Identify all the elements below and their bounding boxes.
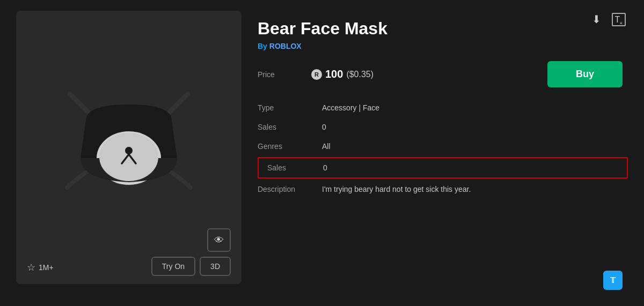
sales-highlighted-container: Sales 0 bbox=[258, 157, 628, 178]
genres-label: Genres bbox=[258, 137, 322, 156]
item-details: ⬇ T≡ Bear Face Mask By ROBLOX Price R 10… bbox=[258, 11, 628, 295]
sales-label: Sales bbox=[258, 117, 322, 137]
price-usd: ($0.35) bbox=[346, 70, 374, 79]
creator-link[interactable]: ROBLOX bbox=[269, 42, 302, 50]
sales-highlighted-label: Sales bbox=[259, 158, 323, 177]
top-icons: ⬇ T≡ bbox=[590, 11, 628, 28]
price-label: Price bbox=[258, 70, 311, 79]
type-label: Type bbox=[258, 98, 322, 117]
preview-controls: 👁 bbox=[207, 228, 231, 252]
svg-point-2 bbox=[99, 133, 158, 181]
item-preview: 👁 Try On 3D ☆ 1M+ bbox=[16, 11, 241, 284]
favorites-count: 1M+ bbox=[39, 263, 54, 272]
sales-value: 0 bbox=[322, 117, 628, 137]
item-image bbox=[54, 67, 204, 217]
item-by: By ROBLOX bbox=[258, 42, 628, 50]
eye-button[interactable]: 👁 bbox=[207, 228, 231, 252]
sales-highlighted-value: 0 bbox=[323, 158, 327, 177]
svg-point-3 bbox=[125, 147, 133, 154]
twitter-icon: 𝕋 bbox=[610, 276, 616, 285]
details-grid: Type Accessory | Face Sales 0 Genres All… bbox=[258, 98, 628, 199]
page-container: 👁 Try On 3D ☆ 1M+ ⬇ T≡ Bear Face Mask bbox=[0, 0, 644, 306]
three-d-button[interactable]: 3D bbox=[200, 257, 231, 276]
type-value: Accessory | Face bbox=[322, 98, 628, 117]
text-format-button[interactable]: T≡ bbox=[610, 11, 628, 28]
genres-value: All bbox=[322, 137, 628, 156]
eye-icon: 👁 bbox=[214, 235, 224, 246]
try-on-button[interactable]: Try On bbox=[151, 257, 195, 276]
price-value: R 100 ($0.35) bbox=[311, 68, 547, 80]
item-title: Bear Face Mask bbox=[258, 19, 628, 39]
star-icon[interactable]: ☆ bbox=[27, 262, 35, 273]
description-value: I'm trying beary hard not to get sick th… bbox=[322, 180, 628, 199]
buy-button[interactable]: Buy bbox=[547, 61, 623, 87]
price-row: Price R 100 ($0.35) Buy bbox=[258, 61, 628, 87]
download-button[interactable]: ⬇ bbox=[590, 11, 603, 28]
download-icon: ⬇ bbox=[592, 13, 601, 25]
robux-icon: R bbox=[311, 69, 322, 80]
twitter-button[interactable]: 𝕋 bbox=[603, 271, 623, 290]
text-format-icon: T≡ bbox=[612, 13, 626, 26]
star-rating: ☆ 1M+ bbox=[27, 262, 54, 273]
bottom-controls: Try On 3D bbox=[151, 257, 231, 276]
price-amount: 100 bbox=[325, 68, 343, 80]
description-label: Description bbox=[258, 180, 322, 199]
